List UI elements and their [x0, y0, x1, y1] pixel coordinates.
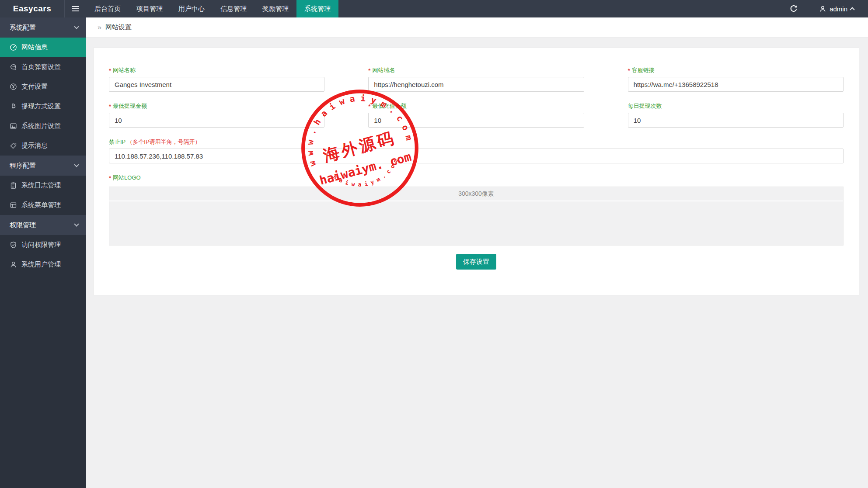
upload-size-hint: 300x300像素 — [109, 187, 843, 201]
gauge-icon — [10, 44, 17, 51]
top-nav-item[interactable]: 项目管理 — [129, 0, 171, 17]
sidebar-item-tag[interactable]: 提示消息 — [0, 136, 86, 156]
chevron-down-icon — [74, 222, 79, 226]
sidebar-item-user[interactable]: 系统用户管理 — [0, 255, 86, 274]
logo-field-label-wrap: * 网站LOGO — [109, 174, 844, 181]
field-hint: （多个IP请用半角，号隔开） — [127, 138, 200, 146]
yen-icon — [10, 83, 17, 90]
user-icon — [819, 5, 826, 13]
form-field: * 网站域名 — [368, 67, 584, 92]
top-nav-item[interactable]: 后台首页 — [87, 0, 129, 17]
field-label: 网站LOGO — [113, 174, 141, 182]
topbar: Easycars 后台首页项目管理用户中心信息管理奖励管理系统管理 admin — [0, 0, 868, 17]
field-label: 每日提现次数 — [628, 102, 662, 110]
sidebar-section-header[interactable]: 系统配置 — [0, 17, 86, 38]
page-title: 网站设置 — [105, 23, 132, 31]
sidebar-item-label: 提示消息 — [21, 142, 48, 150]
field-label: 最低充值金额 — [372, 102, 406, 110]
sidebar-item-label: 网站信息 — [21, 43, 48, 52]
sidebar-item-popup[interactable]: 首页弹窗设置 — [0, 57, 86, 77]
chevron-down-icon — [74, 24, 79, 29]
user-menu[interactable]: admin — [819, 5, 854, 13]
popup-icon — [10, 63, 17, 71]
user-icon — [10, 261, 17, 268]
sidebar-item-shield[interactable]: 访问权限管理 — [0, 235, 86, 255]
chevron-down-icon — [74, 162, 79, 167]
sidebar-item-menu[interactable]: 系统菜单管理 — [0, 195, 86, 215]
main-area: » 网站设置 * 网站名称 * 网站域名 * 客服链接 * 最低提现金额 — [86, 17, 868, 488]
required-asterisk: * — [109, 67, 111, 74]
sidebar: 系统配置 网站信息 首页弹窗设置 支付设置 提现方式设置 系统图片设置 — [0, 17, 86, 488]
bitcoin-icon — [10, 103, 17, 110]
ip-field-wrap: 禁止IP （多个IP请用半角，号隔开） — [109, 138, 844, 163]
sidebar-section-header[interactable]: 程序配置 — [0, 156, 86, 176]
sidebar-section-header[interactable]: 权限管理 — [0, 215, 86, 235]
refresh-icon[interactable] — [789, 4, 798, 13]
site-name-input[interactable] — [109, 77, 324, 92]
sidebar-item-label: 系统用户管理 — [21, 260, 61, 269]
settings-form-card: * 网站名称 * 网站域名 * 客服链接 * 最低提现金额 * 最低充值金额 — [93, 48, 859, 295]
form-field: * 网站LOGO — [109, 174, 844, 181]
field-label: 网站域名 — [372, 66, 395, 74]
sidebar-item-label: 支付设置 — [21, 83, 48, 91]
field-label: 最低提现金额 — [113, 102, 147, 110]
form-field: 禁止IP （多个IP请用半角，号隔开） — [109, 138, 844, 163]
sidebar-item-label: 首页弹窗设置 — [21, 63, 61, 71]
content-area: * 网站名称 * 网站域名 * 客服链接 * 最低提现金额 * 最低充值金额 — [86, 38, 868, 488]
save-row: 保存设置 — [109, 254, 844, 295]
breadcrumb-arrow-icon: » — [98, 24, 101, 31]
form-grid: * 网站名称 * 网站域名 * 客服链接 * 最低提现金额 * 最低充值金额 — [109, 67, 844, 128]
image-icon — [10, 122, 17, 130]
required-asterisk: * — [109, 103, 111, 110]
sidebar-item-label: 系统日志管理 — [21, 181, 61, 190]
required-asterisk: * — [628, 67, 630, 74]
sidebar-section-label: 系统配置 — [10, 24, 36, 32]
sidebar-item-bitcoin[interactable]: 提现方式设置 — [0, 97, 86, 116]
sidebar-item-gauge[interactable]: 网站信息 — [0, 38, 86, 57]
sidebar-item-label: 系统图片设置 — [21, 122, 61, 130]
required-asterisk: * — [368, 103, 370, 110]
tag-icon — [10, 142, 17, 149]
save-button[interactable]: 保存设置 — [456, 254, 496, 270]
top-nav-item[interactable]: 系统管理 — [296, 0, 338, 17]
sidebar-section-label: 程序配置 — [10, 162, 36, 170]
sidebar-section-label: 权限管理 — [10, 221, 36, 229]
sidebar-item-image[interactable]: 系统图片设置 — [0, 116, 86, 136]
sidebar-item-yen[interactable]: 支付设置 — [0, 77, 86, 97]
required-asterisk: * — [368, 67, 370, 74]
logo-upload-area[interactable]: 300x300像素 — [109, 187, 844, 246]
sidebar-item-log[interactable]: 系统日志管理 — [0, 176, 86, 195]
shield-icon — [10, 241, 17, 249]
log-icon — [10, 182, 17, 189]
sidebar-item-label: 提现方式设置 — [21, 102, 61, 111]
upload-drop-zone[interactable] — [109, 201, 843, 245]
form-field: * 客服链接 — [628, 67, 844, 92]
form-field: 每日提现次数 — [628, 103, 844, 128]
min-withdraw-input[interactable] — [109, 113, 324, 128]
top-nav: 后台首页项目管理用户中心信息管理奖励管理系统管理 — [87, 0, 338, 17]
form-field: * 最低充值金额 — [368, 103, 584, 128]
form-field: * 最低提现金额 — [109, 103, 324, 128]
sidebar-item-label: 系统菜单管理 — [21, 201, 61, 209]
menu-icon — [10, 201, 17, 209]
user-name: admin — [830, 5, 847, 13]
top-nav-item[interactable]: 用户中心 — [171, 0, 213, 17]
form-field: * 网站名称 — [109, 67, 324, 92]
field-label: 客服链接 — [632, 66, 655, 74]
daily-withdraw-count-input[interactable] — [628, 113, 844, 128]
breadcrumb: » 网站设置 — [86, 17, 868, 38]
chevron-up-icon — [850, 7, 854, 12]
service-link-input[interactable] — [628, 77, 844, 92]
app-logo: Easycars — [0, 0, 65, 17]
field-label: 禁止IP — [109, 138, 125, 146]
top-nav-item[interactable]: 信息管理 — [213, 0, 254, 17]
required-asterisk: * — [109, 175, 111, 181]
hamburger-menu-icon[interactable] — [65, 0, 87, 17]
field-label: 网站名称 — [113, 66, 136, 74]
top-nav-item[interactable]: 奖励管理 — [254, 0, 296, 17]
banned-ip-input[interactable] — [109, 149, 844, 163]
site-domain-input[interactable] — [368, 77, 584, 92]
topbar-right: admin — [789, 0, 868, 17]
min-recharge-input[interactable] — [368, 113, 584, 128]
sidebar-item-label: 访问权限管理 — [21, 241, 61, 249]
